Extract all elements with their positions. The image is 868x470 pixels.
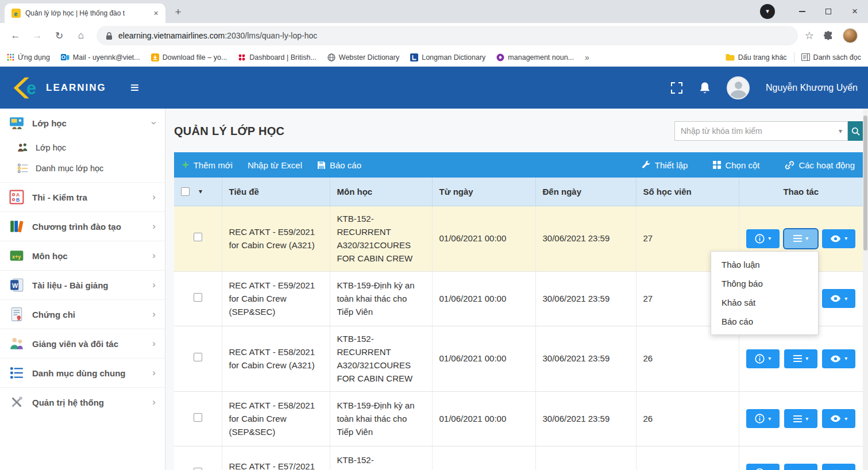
sidebar-item-danh-muc-dung-chung[interactable]: Danh mục dùng chung › [0, 358, 165, 387]
browser-menu-circle-icon[interactable]: ▾ [760, 4, 775, 19]
row-view-button[interactable]: ▾ [822, 289, 855, 308]
extensions-puzzle-icon[interactable] [823, 30, 834, 41]
header-subject[interactable]: Môn học [330, 178, 432, 206]
new-tab-button[interactable]: + [170, 4, 186, 20]
window-maximize-button[interactable] [815, 0, 842, 23]
window-minimize-button[interactable] [789, 0, 815, 23]
row-checkbox[interactable] [194, 233, 202, 241]
row-view-button[interactable]: ▾ [822, 409, 855, 428]
other-bookmarks-label: Dấu trang khác [738, 53, 787, 61]
sidebar-item-thi-kiem-tra[interactable]: AB Thi - Kiểm tra › [0, 182, 165, 211]
forward-button[interactable]: → [28, 26, 47, 45]
row-info-button[interactable]: ▾ [746, 349, 780, 368]
bookmark-management[interactable]: management noun... [496, 53, 574, 61]
sidebar-item-quan-tri-he-thong[interactable]: Quản trị hệ thống › [0, 387, 165, 417]
add-new-button[interactable]: + Thêm mới [182, 159, 233, 171]
header-students[interactable]: Số học viên [636, 178, 739, 206]
eye-icon [830, 415, 841, 422]
menu-item-thao-luan[interactable]: Thảo luận [711, 255, 818, 274]
search-input[interactable] [675, 126, 834, 136]
bookmark-download[interactable]: Download file – yo... [151, 53, 227, 61]
row-actions-button[interactable]: ▾ [784, 409, 817, 428]
books-icon [9, 219, 24, 234]
row-view-button[interactable]: ▾ [822, 464, 855, 470]
import-excel-button[interactable]: Nhập từ Excel [248, 160, 302, 170]
app-logo[interactable]: e LEARNING [10, 76, 106, 100]
row-actions-button[interactable]: ▾ [784, 464, 817, 470]
sidebar-item-lop-hoc[interactable]: Lớp học [0, 137, 165, 158]
svg-text:x+y: x+y [12, 254, 21, 260]
row-view-button[interactable]: ▾ [822, 349, 855, 368]
activities-button[interactable]: Các hoạt động [785, 160, 855, 170]
tab-close-icon[interactable]: × [151, 9, 161, 18]
cell-students: 26 [636, 326, 739, 391]
chevron-right-icon: › [152, 367, 156, 379]
header-from-date[interactable]: Từ ngày [432, 178, 535, 206]
other-bookmarks-folder[interactable]: Dấu trang khác [726, 53, 787, 61]
bookmark-dashboard[interactable]: Dashboard | British... [238, 53, 317, 61]
header-to-date[interactable]: Đến ngày [535, 178, 636, 206]
window-close-button[interactable]: × [842, 0, 868, 23]
row-actions-button[interactable]: ▾ [784, 229, 817, 248]
header-title[interactable]: Tiêu đề [222, 178, 330, 206]
reading-list-button[interactable]: Danh sách đọc [801, 53, 861, 61]
cell-subject: KTB-159-Định kỳ an toàn khai thác cho Ti… [330, 391, 432, 446]
row-info-button[interactable]: ▾ [746, 409, 780, 428]
sidebar-item-chung-chi[interactable]: Chứng chỉ › [0, 299, 165, 329]
menu-item-khao-sat[interactable]: Khảo sát [711, 293, 818, 312]
row-view-button[interactable]: ▾ [822, 229, 855, 248]
row-checkbox[interactable] [194, 353, 202, 361]
url-omnibox[interactable]: elearning.vietnamairlines.com:2030/lms/q… [97, 26, 798, 45]
row-info-button[interactable]: ▾ [746, 464, 780, 470]
columns-grid-icon [713, 161, 721, 169]
bookmark-longman[interactable]: Longman Dictionary [410, 53, 485, 61]
sidebar-item-label: Thi - Kiểm tra [32, 191, 87, 203]
eye-icon [830, 235, 841, 242]
browser-profile-avatar[interactable] [843, 28, 858, 43]
bookmarks-bar: Ứng dụng Mail - uyennk@viet... Download … [0, 48, 868, 67]
sidebar-item-tai-lieu-bai-giang[interactable]: W Tài liệu - Bài giảng › [0, 270, 165, 299]
row-actions-button[interactable]: ▾ [784, 349, 817, 368]
choose-columns-button[interactable]: Chọn cột [713, 160, 759, 170]
search-dropdown-caret-icon[interactable]: ▾ [834, 127, 847, 135]
report-button[interactable]: Báo cáo [317, 160, 361, 170]
browser-tab[interactable]: e Quản lý lớp học | Hệ thống đào t × [5, 3, 165, 23]
select-all-checkbox[interactable] [181, 187, 190, 196]
download-icon [151, 53, 159, 61]
home-button[interactable]: ⌂ [72, 26, 90, 45]
user-avatar[interactable] [727, 76, 750, 99]
sidebar-item-giang-vien-doi-tac[interactable]: Giảng viên và đối tác › [0, 329, 165, 358]
sidebar-item-chuong-trinh-dao-tao[interactable]: Chương trình đào tạo › [0, 211, 165, 241]
row-checkbox[interactable] [194, 293, 202, 302]
sidebar-item-danh-muc-lop-hoc[interactable]: Danh mục lớp học [0, 158, 165, 179]
notification-bell-icon[interactable] [699, 82, 711, 94]
page-scrollbar[interactable] [863, 109, 868, 470]
reading-list-icon [801, 53, 810, 61]
bookmark-star-icon[interactable]: ☆ [805, 29, 814, 42]
row-info-button[interactable]: ▾ [746, 229, 780, 248]
bookmark-apps[interactable]: Ứng dụng [7, 53, 50, 61]
search-combo[interactable]: ▾ [674, 121, 848, 141]
menu-item-thong-bao[interactable]: Thông báo [711, 274, 818, 293]
back-button[interactable]: ← [6, 26, 25, 45]
bookmark-mail[interactable]: Mail - uyennk@viet... [61, 53, 140, 61]
user-name[interactable]: Nguyễn Khương Uyển [766, 83, 858, 93]
bookmarks-overflow-chevron[interactable]: » [585, 53, 589, 62]
bookmark-webster[interactable]: Webster Dictionary [327, 53, 399, 61]
fullscreen-icon[interactable] [670, 82, 683, 94]
chevron-right-icon: › [152, 250, 156, 261]
bulk-actions-caret-icon[interactable]: ▾ [199, 187, 202, 195]
svg-text:W: W [12, 282, 18, 289]
hamburger-menu-icon[interactable]: ≡ [130, 79, 139, 97]
refresh-button[interactable]: ↻ [50, 26, 68, 45]
menu-item-bao-cao[interactable]: Báo cáo [711, 312, 818, 331]
sidebar-item-mon-hoc[interactable]: x+y Môn học › [0, 241, 165, 270]
scrollbar-thumb[interactable] [863, 115, 867, 251]
row-checkbox[interactable] [194, 468, 202, 470]
settings-button[interactable]: Thiết lập [642, 160, 688, 170]
sidebar-item-lop-hoc-group[interactable]: Lớp học › [0, 109, 165, 137]
row-checkbox[interactable] [194, 413, 202, 422]
bookmark-label: Dashboard | British... [249, 53, 317, 61]
search-button[interactable] [848, 121, 863, 141]
cell-subject: KTB-159-Định kỳ an toàn khai thác cho Ti… [330, 271, 432, 326]
